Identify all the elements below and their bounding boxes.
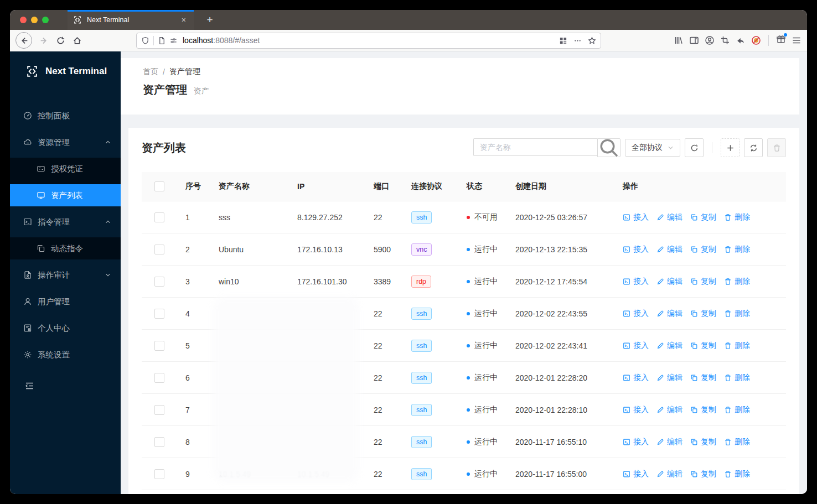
cell-status: 运行中 bbox=[458, 437, 507, 447]
row-actions: 接入编辑复制删除 bbox=[614, 373, 786, 383]
action-copy[interactable]: 复制 bbox=[690, 373, 716, 383]
sidebar-submenu-resources: 授权凭证 资产列表 bbox=[10, 158, 121, 206]
sidebar-item-dashboard[interactable]: 控制面板 bbox=[10, 105, 121, 127]
terminal-icon bbox=[623, 406, 630, 414]
protocol-filter-select[interactable]: 全部协议 bbox=[625, 139, 680, 157]
blocked-content-icon[interactable] bbox=[751, 35, 761, 45]
action-copy[interactable]: 复制 bbox=[690, 405, 716, 415]
forward-icon[interactable] bbox=[35, 32, 52, 49]
sidebar-item-users[interactable]: 用户管理 bbox=[10, 290, 121, 313]
action-terminal[interactable]: 接入 bbox=[623, 437, 649, 447]
action-copy[interactable]: 复制 bbox=[690, 277, 716, 287]
screenshot-icon[interactable] bbox=[720, 35, 730, 45]
row-checkbox[interactable] bbox=[154, 245, 164, 254]
minimize-button[interactable] bbox=[31, 17, 38, 23]
breadcrumb-home[interactable]: 首页 bbox=[143, 67, 158, 77]
url-bar[interactable]: localhost:8088/#/asset bbox=[136, 33, 601, 49]
action-terminal[interactable]: 接入 bbox=[623, 373, 649, 383]
action-edit[interactable]: 编辑 bbox=[656, 309, 682, 319]
bookmark-star-icon[interactable] bbox=[588, 37, 596, 45]
reset-button[interactable] bbox=[685, 138, 704, 157]
action-terminal[interactable]: 接入 bbox=[623, 277, 649, 287]
add-asset-button[interactable] bbox=[721, 138, 740, 157]
account-icon[interactable] bbox=[705, 35, 715, 45]
action-edit[interactable]: 编辑 bbox=[656, 212, 682, 222]
action-delete[interactable]: 删除 bbox=[724, 437, 750, 447]
shield-icon[interactable] bbox=[141, 37, 149, 45]
action-delete[interactable]: 删除 bbox=[724, 405, 750, 415]
sidebar-item-resources[interactable]: 资源管理 bbox=[10, 131, 121, 153]
select-all-checkbox[interactable] bbox=[154, 181, 164, 191]
sidebar-item-credentials[interactable]: 授权凭证 bbox=[10, 158, 121, 180]
send-tab-icon[interactable] bbox=[736, 35, 746, 45]
sidebar-toggle-icon[interactable] bbox=[689, 35, 699, 45]
qr-code-icon[interactable] bbox=[559, 37, 567, 45]
action-delete[interactable]: 删除 bbox=[724, 373, 750, 383]
sidebar-item-dynamic-commands[interactable]: 动态指令 bbox=[10, 237, 121, 259]
row-checkbox[interactable] bbox=[154, 405, 164, 415]
action-edit[interactable]: 编辑 bbox=[656, 341, 682, 351]
action-delete[interactable]: 删除 bbox=[724, 309, 750, 319]
url-host: localhost bbox=[183, 36, 213, 45]
asset-name-search-input[interactable] bbox=[473, 138, 597, 156]
refresh-button[interactable] bbox=[744, 138, 763, 157]
action-delete[interactable]: 删除 bbox=[724, 245, 750, 254]
search-button[interactable] bbox=[597, 138, 620, 157]
page-info-icon[interactable] bbox=[158, 37, 166, 45]
tab-title: Next Terminal bbox=[87, 16, 179, 24]
row-checkbox[interactable] bbox=[154, 373, 164, 383]
action-edit[interactable]: 编辑 bbox=[656, 437, 682, 447]
action-delete[interactable]: 删除 bbox=[724, 212, 750, 222]
menu-icon[interactable] bbox=[792, 35, 802, 45]
home-icon[interactable] bbox=[69, 32, 85, 49]
action-terminal[interactable]: 接入 bbox=[623, 245, 649, 254]
zoom-button[interactable] bbox=[42, 17, 49, 23]
sidebar-item-profile[interactable]: 个人中心 bbox=[10, 317, 121, 339]
cell-index: 4 bbox=[177, 309, 210, 318]
sidebar-item-commands[interactable]: 指令管理 bbox=[10, 211, 121, 233]
reload-icon[interactable] bbox=[52, 32, 69, 49]
action-edit[interactable]: 编辑 bbox=[656, 405, 682, 415]
copy-icon bbox=[690, 214, 698, 221]
sidebar-collapse-button[interactable] bbox=[10, 381, 121, 393]
sidebar-item-audit[interactable]: 操作审计 bbox=[10, 264, 121, 286]
back-icon[interactable] bbox=[15, 32, 32, 49]
browser-tab[interactable]: Next Terminal × bbox=[68, 10, 194, 30]
action-terminal[interactable]: 接入 bbox=[623, 405, 649, 415]
row-checkbox[interactable] bbox=[154, 469, 164, 479]
action-edit[interactable]: 编辑 bbox=[656, 373, 682, 383]
terminal-icon bbox=[623, 374, 630, 382]
permissions-icon[interactable] bbox=[169, 37, 178, 45]
action-edit[interactable]: 编辑 bbox=[656, 469, 682, 479]
action-delete[interactable]: 删除 bbox=[724, 469, 750, 479]
command-icon bbox=[23, 217, 32, 226]
action-copy[interactable]: 复制 bbox=[690, 212, 716, 222]
action-terminal[interactable]: 接入 bbox=[623, 309, 649, 319]
row-checkbox[interactable] bbox=[154, 341, 164, 351]
action-terminal[interactable]: 接入 bbox=[623, 341, 649, 351]
row-checkbox[interactable] bbox=[154, 277, 164, 287]
action-copy[interactable]: 复制 bbox=[690, 245, 716, 254]
action-edit[interactable]: 编辑 bbox=[656, 277, 682, 287]
action-copy[interactable]: 复制 bbox=[690, 437, 716, 447]
status-text: 运行中 bbox=[474, 277, 498, 287]
close-button[interactable] bbox=[20, 17, 27, 23]
page-actions-icon[interactable] bbox=[573, 37, 582, 45]
tab-close-icon[interactable]: × bbox=[179, 15, 188, 24]
action-copy[interactable]: 复制 bbox=[690, 309, 716, 319]
new-tab-button[interactable]: + bbox=[200, 10, 219, 30]
row-checkbox[interactable] bbox=[154, 437, 164, 447]
action-edit[interactable]: 编辑 bbox=[656, 245, 682, 254]
action-terminal[interactable]: 接入 bbox=[623, 212, 649, 222]
sidebar-item-asset-list[interactable]: 资产列表 bbox=[10, 184, 121, 206]
row-checkbox[interactable] bbox=[154, 212, 164, 222]
action-copy[interactable]: 复制 bbox=[690, 469, 716, 479]
action-delete[interactable]: 删除 bbox=[724, 341, 750, 351]
row-checkbox[interactable] bbox=[154, 309, 164, 319]
delete-selected-button[interactable] bbox=[767, 138, 786, 157]
action-terminal[interactable]: 接入 bbox=[623, 469, 649, 479]
action-copy[interactable]: 复制 bbox=[690, 341, 716, 351]
library-icon[interactable] bbox=[674, 35, 684, 45]
sidebar-item-settings[interactable]: 系统设置 bbox=[10, 344, 121, 366]
action-delete[interactable]: 删除 bbox=[724, 277, 750, 287]
